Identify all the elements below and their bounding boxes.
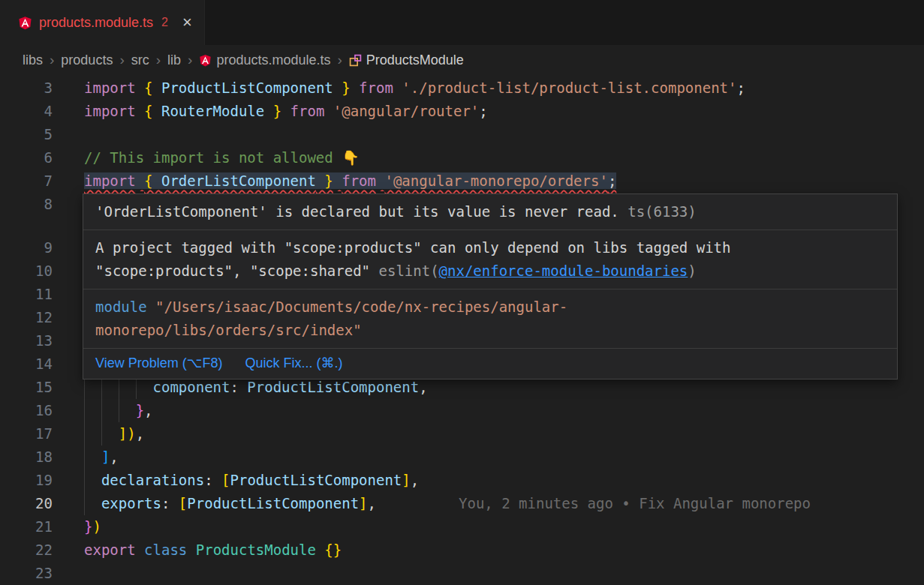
angular-icon	[18, 16, 32, 30]
code-line-5[interactable]: 5	[0, 123, 924, 146]
line-number[interactable]: 19	[0, 469, 53, 492]
code-line-16[interactable]: 16 },	[0, 399, 924, 422]
line-number[interactable]: 3	[0, 76, 53, 100]
code-content: declarations: [ProductListComponent],	[84, 469, 924, 492]
code-token: ;	[608, 172, 616, 189]
line-number[interactable]: 8	[0, 193, 53, 216]
breadcrumb-label: ProductsModule	[366, 52, 464, 68]
code-token: :	[204, 472, 221, 488]
code-line-20[interactable]: 20 exports: [ProductListComponent],You, …	[0, 492, 924, 515]
code-text: })	[84, 518, 101, 535]
code-token: export	[84, 542, 136, 558]
code-token: :	[161, 495, 179, 512]
code-line-18[interactable]: 18 ],	[0, 446, 924, 469]
code-content: export class ProductsModule {}	[84, 538, 924, 562]
line-number[interactable]: 6	[0, 146, 53, 170]
tab-bar: products.module.ts 2 ×	[0, 0, 924, 45]
tab-products-module-ts[interactable]: products.module.ts 2 ×	[0, 0, 205, 45]
line-number[interactable]: 10	[0, 260, 53, 283]
line-number[interactable]: 17	[0, 422, 53, 446]
code-token: class	[144, 542, 187, 558]
breadcrumb-item-src[interactable]: src	[131, 52, 149, 68]
breadcrumb-item-productsmodule[interactable]: ProductsModule	[349, 52, 464, 68]
code-token: ]	[402, 472, 410, 488]
line-number[interactable]: 21	[0, 515, 53, 538]
breadcrumb-label: products	[61, 52, 113, 68]
line-number[interactable]: 11	[0, 283, 53, 306]
line-number[interactable]: 22	[0, 538, 53, 562]
code-token: "/Users/isaac/Documents/code/nx-recipes/…	[95, 298, 567, 338]
error-squiggle-span: import { OrderListComponent } from '@ang…	[84, 172, 616, 189]
code-text: exports: [ProductListComponent],	[84, 495, 376, 512]
code-line-4[interactable]: 4import { RouterModule } from '@angular/…	[0, 100, 924, 123]
breadcrumb-item-lib[interactable]: lib	[167, 52, 181, 68]
line-number[interactable]: 20	[0, 492, 53, 515]
code-token	[84, 379, 153, 395]
code-line-19[interactable]: 19 declarations: [ProductListComponent],	[0, 469, 924, 492]
code-line-7[interactable]: 7import { OrderListComponent } from '@an…	[0, 170, 924, 193]
code-content: // This import is not allowed 👇	[84, 146, 924, 170]
module-symbol-icon	[349, 54, 362, 67]
code-line-22[interactable]: 22export class ProductsModule {}	[0, 538, 924, 562]
line-number[interactable]: 13	[0, 329, 53, 352]
breadcrumb-separator: ›	[119, 52, 124, 68]
view-problem-action[interactable]: View Problem (⌥F8)	[95, 355, 222, 371]
code-line-23[interactable]: 23	[0, 562, 924, 585]
angular-icon	[199, 54, 212, 67]
code-token	[136, 80, 144, 96]
line-number[interactable]: 9	[0, 236, 53, 260]
code-token: from	[342, 172, 376, 189]
breadcrumb-item-products[interactable]: products	[61, 52, 113, 68]
breadcrumb-item-products-module-ts[interactable]: products.module.ts	[199, 52, 330, 68]
code-token: ,	[136, 425, 144, 442]
code-line-21[interactable]: 21})	[0, 515, 924, 538]
code-line-17[interactable]: 17 ]),	[0, 422, 924, 446]
line-number[interactable]: 23	[0, 562, 53, 585]
code-token: './product-list/product-list.component'	[402, 80, 736, 96]
code-token	[376, 172, 384, 189]
code-token: ;	[479, 103, 487, 119]
code-token	[136, 542, 144, 558]
line-number[interactable]: 12	[0, 306, 53, 329]
code-token	[84, 402, 136, 418]
code-line-6[interactable]: 6// This import is not allowed 👇	[0, 146, 924, 170]
hover-message-1: 'OrderListComponent' is declared but its…	[83, 194, 897, 230]
code-content: import { ProductListComponent } from './…	[84, 76, 924, 100]
code-line-3[interactable]: 3import { ProductListComponent } from '.…	[0, 76, 924, 100]
code-token	[136, 103, 144, 119]
code-token	[187, 542, 195, 558]
line-number[interactable]: 15	[0, 376, 53, 399]
code-token	[136, 172, 144, 189]
code-text: ],	[84, 448, 119, 465]
line-number[interactable]: 18	[0, 446, 53, 469]
quick-fix-action[interactable]: Quick Fix... (⌘.)	[245, 355, 342, 371]
line-number[interactable]: 16	[0, 399, 53, 422]
hover-rows: 'OrderListComponent' is declared but its…	[83, 194, 897, 349]
breadcrumb-separator: ›	[188, 52, 192, 68]
line-number[interactable]: 5	[0, 123, 53, 146]
code-token: }	[84, 518, 92, 535]
code-content: },	[84, 399, 924, 422]
line-number[interactable]: 4	[0, 100, 53, 123]
code-token: ts(6133)	[628, 203, 697, 220]
code-text: component: ProductListComponent,	[84, 379, 428, 395]
code-token: [	[221, 472, 230, 488]
code-text: ]),	[84, 425, 144, 442]
code-token: '@angular-monorepo/orders'	[384, 172, 607, 189]
breadcrumb-label: src	[131, 52, 149, 68]
code-content: ],	[84, 446, 924, 469]
tab-close-icon[interactable]: ×	[182, 14, 192, 31]
code-token: ]	[101, 448, 110, 465]
line-number[interactable]: 14	[0, 352, 53, 376]
breadcrumb-separator: ›	[337, 52, 342, 68]
tab-title: products.module.ts	[39, 15, 153, 31]
code-token: declarations	[101, 472, 204, 488]
eslint-rule-link[interactable]: @nx/enforce-module-boundaries	[439, 262, 688, 279]
code-token: {	[144, 80, 161, 96]
hover-message-3: module "/Users/isaac/Documents/code/nx-r…	[83, 290, 897, 349]
breadcrumb-item-libs[interactable]: libs	[23, 52, 43, 68]
line-number[interactable]: 7	[0, 170, 53, 193]
code-token	[333, 172, 342, 189]
code-token: ,	[144, 402, 152, 418]
code-text: import { ProductListComponent } from './…	[84, 80, 745, 96]
